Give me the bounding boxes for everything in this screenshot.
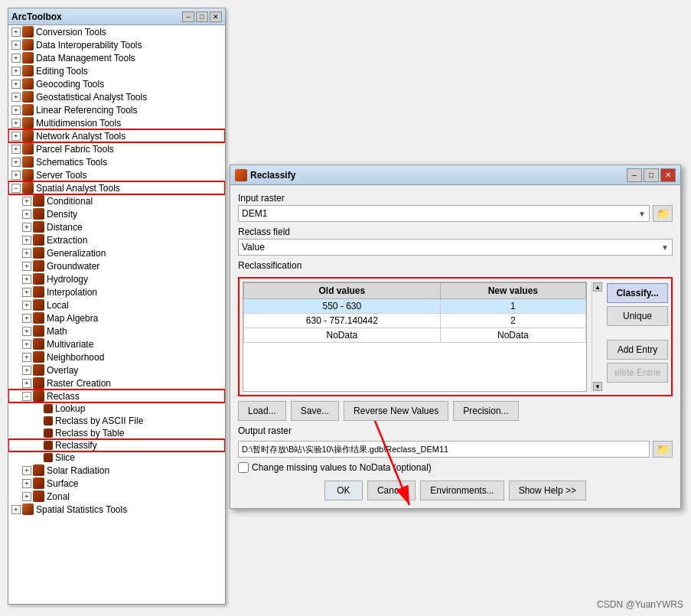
item-icon xyxy=(22,52,34,64)
dialog-minimize-button[interactable]: – xyxy=(627,168,642,182)
tree-item-multidimension[interactable]: +Multidimension Tools xyxy=(8,116,225,129)
tree-item-data-interop[interactable]: +Data Interoperability Tools xyxy=(8,38,225,51)
scroll-down-arrow[interactable]: ▼ xyxy=(593,382,602,391)
item-label: Surface xyxy=(47,478,78,489)
tree-item-reclass-ascii[interactable]: Reclass by ASCII File xyxy=(8,415,225,427)
tree-item-spatial-stats[interactable]: +Spatial Statistics Tools xyxy=(8,503,225,516)
tree-item-lookup[interactable]: Lookup xyxy=(8,403,225,415)
toggle-icon: + xyxy=(22,479,31,488)
item-icon xyxy=(33,351,44,363)
tree-item-network[interactable]: +Network Analyst Tools xyxy=(8,129,225,142)
tree-item-geostatistical[interactable]: +Geostatistical Analyst Tools xyxy=(8,90,225,103)
tree-item-generalization[interactable]: +Generalization xyxy=(8,246,225,259)
item-label: Geocoding Tools xyxy=(36,79,104,90)
tree-item-slice[interactable]: Slice xyxy=(8,451,225,464)
tree-item-surface[interactable]: +Surface xyxy=(8,477,225,490)
environments-button[interactable]: Environments... xyxy=(420,481,504,500)
spacer-icon xyxy=(33,404,42,413)
dialog-maximize-button[interactable]: □ xyxy=(644,168,659,182)
cancel-button[interactable]: Cancel xyxy=(367,481,416,500)
show-help-button[interactable]: Show Help >> xyxy=(509,481,586,500)
arctoolbox-title: ArcToolbox xyxy=(11,11,62,22)
tree-item-neighborhood[interactable]: +Neighborhood xyxy=(8,350,225,363)
tree-item-density[interactable]: +Density xyxy=(8,207,225,220)
table-container: Old values New values 550 - 6301630 - 75… xyxy=(243,282,587,392)
output-raster-browse-button[interactable]: 📁 xyxy=(653,441,673,458)
item-icon xyxy=(22,104,34,116)
item-icon xyxy=(33,491,44,502)
tree-item-math[interactable]: +Math xyxy=(8,324,225,337)
item-icon xyxy=(33,234,44,246)
item-icon xyxy=(33,208,44,220)
unique-button[interactable]: Unique xyxy=(607,306,668,326)
tree-item-groundwater[interactable]: +Groundwater xyxy=(8,259,225,272)
reverse-new-values-button[interactable]: Reverse New Values xyxy=(344,401,448,421)
tree-item-server[interactable]: +Server Tools xyxy=(8,168,225,181)
tree-item-spatial[interactable]: −Spatial Analyst Tools xyxy=(8,181,225,194)
item-icon xyxy=(22,26,34,37)
tree-item-interpolation[interactable]: +Interpolation xyxy=(8,285,225,298)
tree-item-reclass-table[interactable]: Reclass by Table xyxy=(8,427,225,439)
table-scrollbar[interactable]: ▲ ▼ xyxy=(592,282,602,392)
ok-button[interactable]: OK xyxy=(324,481,363,500)
tree-item-conditional[interactable]: +Conditional xyxy=(8,194,225,207)
tree-item-zonal[interactable]: +Zonal xyxy=(8,490,225,503)
dialog-title: Reclassify xyxy=(250,170,295,181)
item-icon xyxy=(44,416,53,425)
minimize-button[interactable]: – xyxy=(182,11,194,22)
delete-entries-button[interactable]: elete Entrie xyxy=(607,363,668,383)
item-icon xyxy=(22,65,34,77)
reclass-field-dropdown[interactable]: Value ▼ xyxy=(238,239,673,256)
tree-item-overlay[interactable]: +Overlay xyxy=(8,363,225,376)
item-icon xyxy=(33,260,44,272)
reclass-field-section: Reclass field Value ▼ xyxy=(238,227,673,256)
item-label: Server Tools xyxy=(36,170,86,181)
input-raster-browse-button[interactable]: 📁 xyxy=(653,205,673,222)
change-missing-checkbox[interactable] xyxy=(238,462,249,473)
input-raster-dropdown[interactable]: DEM1 ▼ xyxy=(238,205,650,222)
toggle-icon: + xyxy=(22,340,31,349)
tree-item-editing[interactable]: +Editing Tools xyxy=(8,64,225,77)
output-raster-input[interactable] xyxy=(238,441,650,458)
save-button[interactable]: Save... xyxy=(291,401,339,421)
tree-item-raster-creation[interactable]: +Raster Creation xyxy=(8,376,225,389)
tree-item-local[interactable]: +Local xyxy=(8,298,225,311)
tree-item-map-algebra[interactable]: +Map Algebra xyxy=(8,311,225,324)
scroll-up-arrow[interactable]: ▲ xyxy=(593,282,602,292)
table-row[interactable]: NoDataNoData xyxy=(244,328,586,343)
tree-item-parcel[interactable]: +Parcel Fabric Tools xyxy=(8,142,225,155)
item-icon xyxy=(22,39,34,51)
tree-item-schematics[interactable]: +Schematics Tools xyxy=(8,155,225,168)
table-row[interactable]: 630 - 757.1404422 xyxy=(244,314,586,328)
tree-item-extraction[interactable]: +Extraction xyxy=(8,233,225,246)
tree-item-data-mgmt[interactable]: +Data Management Tools xyxy=(8,51,225,64)
close-button[interactable]: ✕ xyxy=(210,11,222,22)
dialog-close-button[interactable]: ✕ xyxy=(660,168,676,182)
item-label: Hydrology xyxy=(47,274,88,285)
tree-item-conversion[interactable]: +Conversion Tools xyxy=(8,25,225,38)
item-label: Slice xyxy=(55,452,75,463)
tree-item-geocoding[interactable]: +Geocoding Tools xyxy=(8,77,225,90)
precision-button[interactable]: Precision... xyxy=(453,401,518,421)
tree-item-reclassify[interactable]: Reclassify xyxy=(8,439,225,451)
tree-item-linear-ref[interactable]: +Linear Referencing Tools xyxy=(8,103,225,116)
tree-item-reclass[interactable]: −Reclass xyxy=(8,389,225,403)
tree-item-hydrology[interactable]: +Hydrology xyxy=(8,272,225,285)
tree-item-distance[interactable]: +Distance xyxy=(8,220,225,233)
load-button[interactable]: Load... xyxy=(238,401,286,421)
reclass-table[interactable]: Old values New values 550 - 6301630 - 75… xyxy=(243,282,587,392)
toggle-icon: + xyxy=(22,353,31,362)
item-label: Multivariate xyxy=(47,339,93,350)
item-label: Extraction xyxy=(47,235,87,246)
tree-item-solar-radiation[interactable]: +Solar Radiation xyxy=(8,464,225,477)
watermark: CSDN @YuanYWRS xyxy=(597,599,683,610)
item-label: Distance xyxy=(47,222,83,233)
classify-button[interactable]: Classify... xyxy=(607,283,668,303)
table-row[interactable]: 550 - 6301 xyxy=(244,299,586,314)
maximize-button[interactable]: □ xyxy=(196,11,208,22)
item-icon xyxy=(33,286,44,298)
tree-item-multivariate[interactable]: +Multivariate xyxy=(8,337,225,350)
item-label: Spatial Statistics Tools xyxy=(36,504,127,515)
add-entry-button[interactable]: Add Entry xyxy=(607,340,668,360)
new-value-cell: 1 xyxy=(440,299,585,314)
